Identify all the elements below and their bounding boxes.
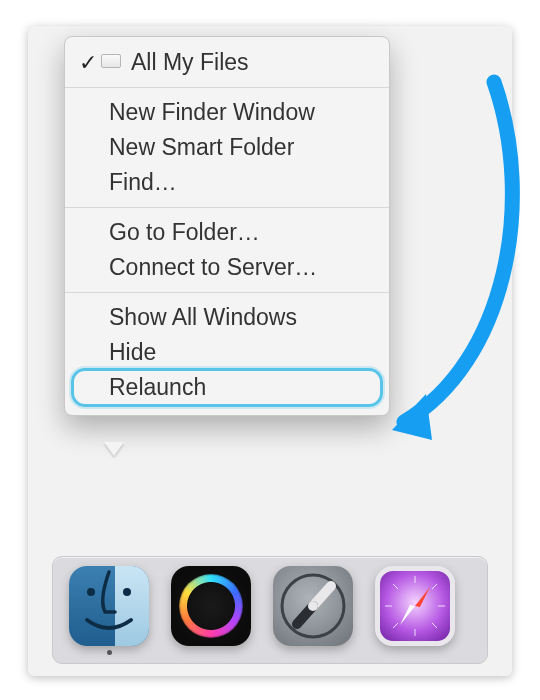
screenshot-frame: ✓ All My Files New Finder Window New Sma…	[28, 26, 512, 676]
svg-marker-12	[415, 587, 430, 607]
launchpad-icon	[273, 566, 353, 646]
menu-separator	[65, 292, 389, 293]
safari-icon	[375, 566, 455, 646]
svg-line-9	[432, 623, 437, 628]
svg-point-0	[87, 588, 95, 596]
dock-app-safari[interactable]	[375, 566, 455, 655]
menu-item-label: New Smart Folder	[109, 134, 294, 160]
svg-point-1	[123, 588, 131, 596]
menu-item-label: Relaunch	[109, 374, 206, 400]
svg-line-11	[393, 623, 398, 628]
menu-item-new-finder-window[interactable]: New Finder Window	[65, 95, 389, 130]
window-icon	[101, 54, 121, 68]
menu-item-all-my-files[interactable]: ✓ All My Files	[65, 45, 389, 80]
menu-item-label: Show All Windows	[109, 304, 297, 330]
menu-separator	[65, 207, 389, 208]
menu-item-relaunch[interactable]: Relaunch	[65, 370, 389, 405]
menu-pointer-tail	[104, 442, 124, 456]
dock-app-launchpad[interactable]	[273, 566, 353, 655]
menu-separator	[65, 87, 389, 88]
dock	[52, 556, 488, 664]
finder-dock-context-menu: ✓ All My Files New Finder Window New Sma…	[64, 36, 390, 416]
svg-line-8	[393, 584, 398, 589]
menu-item-new-smart-folder[interactable]: New Smart Folder	[65, 130, 389, 165]
menu-item-label: New Finder Window	[109, 99, 315, 125]
menu-item-find[interactable]: Find…	[65, 165, 389, 200]
menu-item-label: Connect to Server…	[109, 254, 317, 280]
svg-marker-13	[400, 605, 415, 625]
running-indicator-dot	[107, 650, 112, 655]
menu-item-go-to-folder[interactable]: Go to Folder…	[65, 215, 389, 250]
menu-item-label: Find…	[109, 169, 177, 195]
siri-icon	[171, 566, 251, 646]
annotation-arrow	[386, 82, 524, 462]
checkmark-icon: ✓	[79, 47, 97, 78]
finder-icon	[69, 566, 149, 646]
menu-item-hide[interactable]: Hide	[65, 335, 389, 370]
dock-app-finder[interactable]	[69, 566, 149, 655]
dock-app-siri[interactable]	[171, 566, 251, 655]
menu-item-show-all-windows[interactable]: Show All Windows	[65, 300, 389, 335]
menu-item-label: All My Files	[131, 49, 249, 75]
menu-item-label: Go to Folder…	[109, 219, 260, 245]
menu-item-connect-to-server[interactable]: Connect to Server…	[65, 250, 389, 285]
menu-item-label: Hide	[109, 339, 156, 365]
svg-point-3	[308, 601, 318, 611]
svg-line-10	[432, 584, 437, 589]
